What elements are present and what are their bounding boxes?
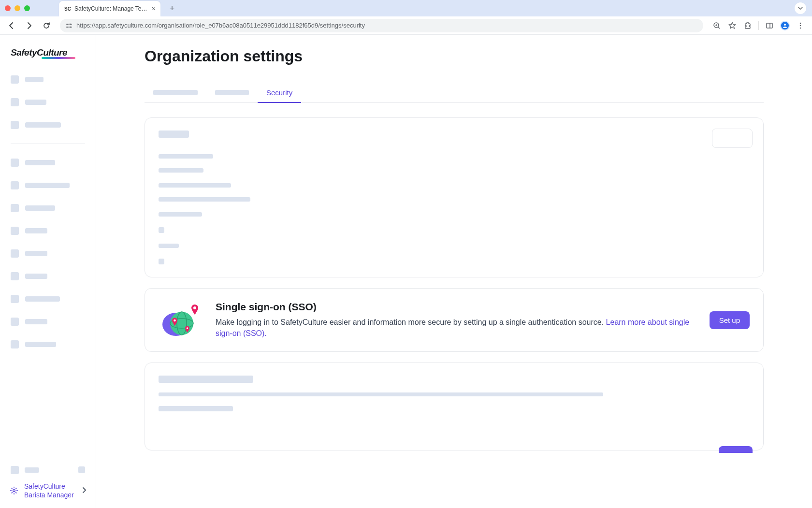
sidebar-footer: SafetyCulture Barista Manager: [0, 457, 96, 508]
site-settings-icon[interactable]: [66, 22, 72, 29]
tab-close-icon[interactable]: ×: [152, 5, 156, 13]
svg-rect-1: [66, 27, 69, 28]
settings-card-skeleton: [145, 363, 764, 450]
svg-point-23: [187, 327, 188, 329]
svg-rect-10: [767, 23, 772, 28]
org-switcher[interactable]: SafetyCulture Barista Manager: [8, 478, 88, 503]
nav-item-skeleton: [11, 121, 85, 129]
tab-favicon-icon: SC: [64, 5, 72, 13]
sso-setup-button[interactable]: Set up: [710, 311, 750, 329]
sidebar: SafetyCulture: [0, 35, 96, 508]
svg-point-16: [13, 490, 15, 492]
nav-item-skeleton: [11, 249, 85, 258]
footer-skeleton-row: [8, 462, 88, 478]
bookmark-icon[interactable]: [725, 19, 739, 32]
sso-title: Single sign-on (SSO): [216, 301, 696, 313]
nav-item-skeleton: [11, 159, 85, 167]
url-text: https://app.safetyculture.com/organisati…: [76, 22, 365, 29]
app: SafetyCulture: [0, 35, 812, 508]
logo[interactable]: SafetyCulture: [0, 35, 96, 69]
svg-line-7: [718, 27, 720, 29]
sso-card: Single sign-on (SSO) Make logging in to …: [145, 288, 764, 352]
svg-point-21: [193, 306, 196, 309]
address-bar: https://app.safetyculture.com/organisati…: [0, 16, 812, 35]
card-button-skeleton: [712, 129, 753, 148]
tab-skeleton[interactable]: [145, 83, 206, 102]
menu-icon[interactable]: [794, 19, 807, 32]
tab-bar: SC SafetyCulture: Manage Teams and... × …: [0, 0, 812, 16]
gear-icon: [10, 486, 18, 495]
zoom-icon[interactable]: [710, 19, 724, 32]
org-name-line2: Barista Manager: [24, 491, 76, 499]
svg-point-14: [800, 25, 801, 26]
sso-body: Single sign-on (SSO) Make logging in to …: [216, 301, 696, 339]
settings-tabs: Security: [145, 83, 764, 103]
nav-list: [0, 69, 96, 457]
back-button[interactable]: [5, 19, 18, 32]
nav-item-skeleton: [11, 272, 85, 280]
sso-illustration-icon: [159, 303, 202, 337]
extensions-icon[interactable]: [741, 19, 754, 32]
nav-item-skeleton: [11, 98, 85, 106]
nav-item-skeleton: [11, 295, 85, 303]
svg-point-22: [174, 319, 176, 322]
side-panel-icon[interactable]: [763, 19, 776, 32]
window-controls: [5, 5, 30, 11]
nav-item-skeleton: [11, 75, 85, 84]
org-labels: SafetyCulture Barista Manager: [24, 482, 76, 499]
card-button-partial: [719, 446, 753, 453]
nav-item-skeleton: [11, 340, 85, 348]
nav-item-skeleton: [11, 318, 85, 326]
svg-rect-0: [66, 24, 69, 25]
main-content: Organization settings Security: [96, 35, 812, 508]
window-maximize-icon[interactable]: [24, 5, 30, 11]
svg-point-12: [784, 24, 786, 26]
browser-chrome: SC SafetyCulture: Manage Teams and... × …: [0, 0, 812, 35]
window-minimize-icon[interactable]: [14, 5, 20, 11]
tab-title: SafetyCulture: Manage Teams and...: [74, 5, 149, 12]
svg-point-15: [800, 27, 801, 29]
settings-card-skeleton: [145, 117, 764, 277]
tab-security[interactable]: Security: [258, 83, 301, 102]
forward-button[interactable]: [22, 19, 36, 32]
nav-item-skeleton: [11, 181, 85, 189]
nav-item-skeleton: [11, 204, 85, 212]
tab-skeleton[interactable]: [206, 83, 258, 102]
logo-text: SafetyCulture: [11, 47, 85, 58]
window-close-icon[interactable]: [5, 5, 11, 11]
reload-button[interactable]: [40, 19, 53, 32]
org-name-line1: SafetyCulture: [24, 482, 76, 491]
url-field[interactable]: https://app.safetyculture.com/organisati…: [60, 19, 703, 32]
nav-item-skeleton: [11, 227, 85, 235]
sso-description: Make logging in to SafetyCulture easier …: [216, 317, 696, 339]
tabs-expand-icon[interactable]: [795, 2, 806, 14]
sidebar-divider: [11, 144, 85, 144]
chevron-right-icon: [82, 487, 86, 494]
svg-point-13: [800, 22, 801, 24]
browser-tab[interactable]: SC SafetyCulture: Manage Teams and... ×: [59, 1, 160, 16]
toolbar-separator: [758, 21, 759, 30]
profile-avatar[interactable]: [778, 19, 792, 32]
new-tab-button[interactable]: +: [165, 1, 179, 15]
page-title: Organization settings: [145, 47, 764, 65]
